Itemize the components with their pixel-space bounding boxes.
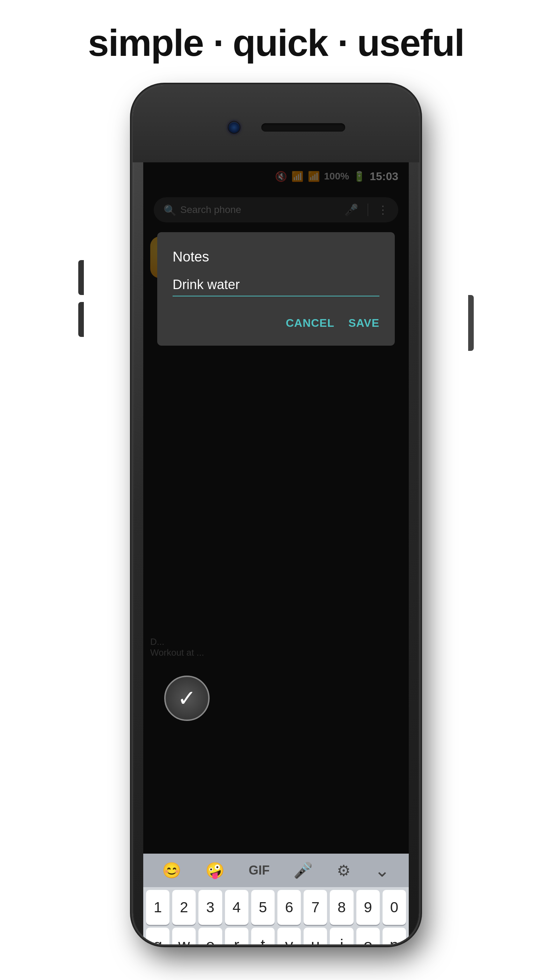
top-bezel: [133, 86, 419, 162]
dialog-overlay: Notes CANCEL SAVE: [143, 162, 409, 854]
dialog-title: Notes: [172, 249, 380, 265]
speaker-grille: [261, 123, 345, 132]
key-w[interactable]: w: [172, 928, 196, 944]
cancel-button[interactable]: CANCEL: [286, 313, 334, 333]
keyboard-collapse-icon[interactable]: ⌄: [375, 860, 390, 881]
checkmark-icon: ✓: [177, 685, 196, 711]
keyboard-settings-icon[interactable]: ⚙: [337, 862, 350, 880]
gif-icon[interactable]: GIF: [249, 863, 270, 878]
phone-screen: 🔇 📶 📶 100% 🔋 15:03 🔍 Search phone 🎤 ⋮: [143, 162, 409, 854]
power-btn-shape: [468, 295, 474, 351]
key-2[interactable]: 2: [172, 890, 196, 925]
phone-shell: 🔇 📶 📶 100% 🔋 15:03 🔍 Search phone 🎤 ⋮: [133, 86, 419, 944]
key-9[interactable]: 9: [356, 890, 380, 925]
key-1[interactable]: 1: [146, 890, 169, 925]
voice-input-icon[interactable]: 🎤: [294, 861, 313, 880]
key-q[interactable]: q: [146, 928, 169, 944]
key-t[interactable]: t: [251, 928, 274, 944]
key-3[interactable]: 3: [198, 890, 222, 925]
dialog-input-area: [172, 277, 380, 296]
sticker-icon[interactable]: 🤪: [206, 861, 225, 880]
key-0[interactable]: 0: [383, 890, 406, 925]
key-i[interactable]: i: [330, 928, 353, 944]
keyboard-top-bar: 😊 🤪 GIF 🎤 ⚙ ⌄: [143, 854, 409, 887]
key-5[interactable]: 5: [251, 890, 274, 925]
key-e[interactable]: e: [198, 928, 222, 944]
keyboard-q-row: q w e r t y u i o p: [146, 928, 406, 944]
notes-dialog: Notes CANCEL SAVE: [157, 232, 395, 346]
emoji-icon[interactable]: 😊: [162, 861, 181, 880]
key-8[interactable]: 8: [330, 890, 353, 925]
volume-down-button: [78, 302, 84, 337]
key-o[interactable]: o: [356, 928, 380, 944]
front-camera: [228, 121, 240, 134]
key-4[interactable]: 4: [225, 890, 248, 925]
notes-input[interactable]: [172, 277, 380, 296]
key-6[interactable]: 6: [278, 890, 301, 925]
checkmark-widget[interactable]: ✓: [164, 676, 210, 721]
keyboard-rows: 1 2 3 4 5 6 7 8 9 0 q w e r t: [143, 887, 409, 944]
key-7[interactable]: 7: [304, 890, 327, 925]
key-p[interactable]: p: [383, 928, 406, 944]
keyboard-area: 😊 🤪 GIF 🎤 ⚙ ⌄ 1 2 3 4 5 6 7 8: [143, 854, 409, 944]
phone-mockup: 🔇 📶 📶 100% 🔋 15:03 🔍 Search phone 🎤 ⋮: [84, 86, 468, 951]
dialog-buttons: CANCEL SAVE: [172, 313, 380, 333]
power-button: [468, 295, 474, 351]
keyboard-number-row: 1 2 3 4 5 6 7 8 9 0: [146, 890, 406, 925]
key-u[interactable]: u: [304, 928, 327, 944]
save-button[interactable]: SAVE: [348, 313, 380, 333]
tagline: simple · quick · useful: [0, 21, 552, 65]
volume-up-button: [78, 260, 84, 295]
key-r[interactable]: r: [225, 928, 248, 944]
volume-buttons: [78, 260, 84, 337]
key-y[interactable]: y: [278, 928, 301, 944]
